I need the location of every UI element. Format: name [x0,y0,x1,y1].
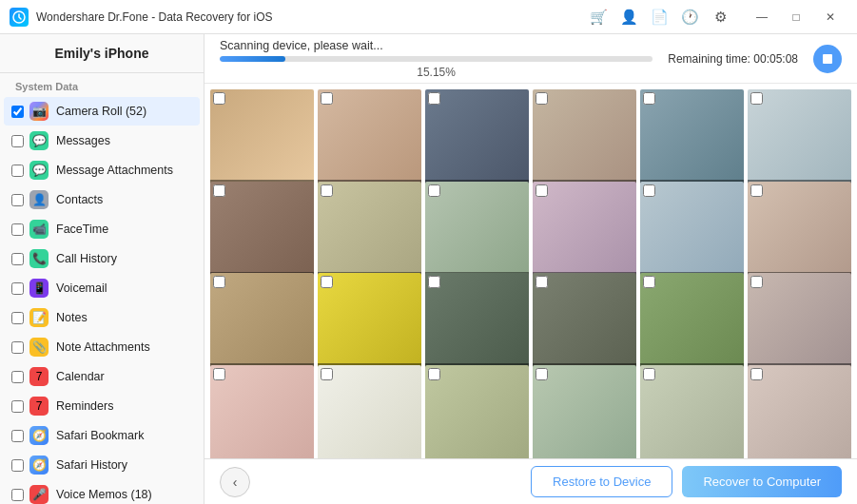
photo-checkbox-img9[interactable] [428,184,440,197]
photo-checkbox-img21[interactable] [428,368,440,380]
photo-cell-img5[interactable]: IMG_0416.JPG [640,89,744,193]
sidebar-item-call-history[interactable]: 📞 Call History [4,244,200,273]
sidebar-checkbox-call-history[interactable] [11,253,24,265]
sidebar-checkbox-voice-memos[interactable] [11,489,24,501]
sidebar-icon-message-attachments: 💬 [29,161,49,180]
content-area: Scanning device, please wait... 15.15% R… [205,34,857,504]
sidebar-icon-note-attachments: 📎 [29,338,49,357]
sidebar-checkbox-reminders[interactable] [11,400,24,413]
photo-cell-img9[interactable]: IMG_0422.JPG [425,182,529,285]
user-icon[interactable]: 👤 [619,8,638,27]
photo-cell-img4[interactable]: IMG_0415.JPG [533,89,636,193]
photo-cell-img18[interactable]: IMG_0435.JPG [748,273,851,377]
photo-checkbox-img16[interactable] [536,276,548,288]
photo-cell-img24[interactable] [748,365,851,459]
sidebar-item-camera-roll[interactable]: 📷 Camera Roll (52) [4,97,200,126]
photo-checkbox-img11[interactable] [643,184,655,197]
photo-cell-img11[interactable]: IMG_0424.JPG [640,182,744,285]
photo-checkbox-img19[interactable] [213,368,225,380]
photo-checkbox-img20[interactable] [321,368,333,380]
sidebar-checkbox-contacts[interactable] [11,194,24,206]
sidebar-item-calendar[interactable]: 7 Calendar [4,362,200,391]
photo-checkbox-img6[interactable] [750,92,763,105]
photo-cell-img19[interactable] [210,365,314,459]
maximize-button[interactable]: □ [779,0,813,34]
photo-checkbox-img14[interactable] [321,276,333,288]
sidebar-item-message-attachments[interactable]: 💬 Message Attachments [4,156,200,184]
photo-checkbox-img3[interactable] [428,92,440,105]
minimize-button[interactable]: — [745,0,779,34]
sidebar-item-facetime[interactable]: 📹 FaceTime [4,215,200,243]
photo-cell-img14[interactable]: IMG_0427.JPG [318,273,421,377]
photo-checkbox-img17[interactable] [643,276,655,288]
settings-icon[interactable]: ⚙ [711,8,730,27]
sidebar-icon-voicemail: 📱 [29,279,49,298]
photo-checkbox-img13[interactable] [213,276,225,288]
sidebar-checkbox-messages[interactable] [11,135,24,147]
sidebar-icon-facetime: 📹 [29,220,49,239]
sidebar-item-safari-bookmark[interactable]: 🧭 Safari Bookmark [4,421,200,450]
sidebar-item-messages[interactable]: 💬 Messages [4,126,200,155]
photo-cell-img7[interactable]: IMG_0419.JPG [210,182,314,285]
sidebar-label-messages: Messages [56,134,110,147]
photo-checkbox-img2[interactable] [321,92,333,105]
photo-checkbox-img8[interactable] [321,184,333,197]
photo-checkbox-img4[interactable] [536,92,548,105]
photo-checkbox-img24[interactable] [750,368,763,380]
photo-checkbox-img10[interactable] [536,184,548,197]
photo-cell-img3[interactable]: IMG_0414.JPG [425,89,529,193]
file-icon[interactable]: 📄 [650,8,669,27]
photo-cell-img20[interactable] [318,365,421,459]
clock-icon[interactable]: 🕐 [680,8,699,27]
photo-checkbox-img12[interactable] [750,184,763,197]
sidebar-checkbox-safari-history[interactable] [11,459,24,472]
sidebar-item-safari-history[interactable]: 🧭 Safari History [4,451,200,479]
sidebar-checkbox-camera-roll[interactable] [11,106,24,118]
photo-cell-img1[interactable]: IMG_0413.JPG [210,89,314,193]
sidebar-item-voice-memos[interactable]: 🎤 Voice Memos (18) [4,480,200,504]
photo-checkbox-img7[interactable] [213,184,225,197]
photo-cell-img22[interactable] [533,365,636,459]
scan-bar: Scanning device, please wait... 15.15% R… [205,34,857,84]
photo-cell-img15[interactable]: IMG_0428.JPG [425,273,529,377]
sidebar-item-reminders[interactable]: 7 Reminders [4,392,200,420]
sidebar-item-note-attachments[interactable]: 📎 Note Attachments [4,333,200,361]
sidebar-label-camera-roll: Camera Roll (52) [56,105,146,118]
sidebar-checkbox-calendar[interactable] [11,371,24,383]
photo-checkbox-img1[interactable] [213,92,225,105]
photo-checkbox-img18[interactable] [750,276,763,288]
photo-cell-img21[interactable] [425,365,529,459]
stop-scan-button[interactable] [813,45,842,73]
stop-icon [823,54,832,64]
photo-cell-img6[interactable]: IMG_0417.JPG [748,89,851,193]
photo-cell-img13[interactable]: IMG_0426.JPG [210,273,314,377]
sidebar-item-notes[interactable]: 📝 Notes [4,303,200,332]
photo-cell-img8[interactable]: IMG_0421.JPG [318,182,421,285]
recover-to-computer-button[interactable]: Recover to Computer [682,466,842,497]
photo-cell-img10[interactable]: IMG_0423.JPG [533,182,636,285]
sidebar-checkbox-safari-bookmark[interactable] [11,430,24,442]
sidebar-checkbox-notes[interactable] [11,312,24,324]
sidebar-item-contacts[interactable]: 👤 Contacts [4,185,200,214]
photo-cell-img17[interactable]: IMG_0430.JPG [640,273,744,377]
photo-checkbox-img22[interactable] [536,368,548,380]
photo-cell-img12[interactable]: IMG_0425.JPG [748,182,851,285]
sidebar-checkbox-voicemail[interactable] [11,282,24,295]
sidebar-icon-camera-roll: 📷 [29,102,49,121]
sidebar-item-voicemail[interactable]: 📱 Voicemail [4,274,200,302]
photo-checkbox-img23[interactable] [643,368,655,380]
sidebar-checkbox-facetime[interactable] [11,223,24,236]
restore-to-device-button[interactable]: Restore to Device [531,466,672,497]
photo-checkbox-img5[interactable] [643,92,655,105]
sidebar-icon-call-history: 📞 [29,249,49,268]
cart-icon[interactable]: 🛒 [589,8,608,27]
sidebar-checkbox-message-attachments[interactable] [11,165,24,177]
photo-cell-img2[interactable]: IMG_0418.JPG [318,89,421,193]
sidebar-label-notes: Notes [56,311,88,324]
close-button[interactable]: ✕ [813,0,847,34]
photo-checkbox-img15[interactable] [428,276,440,288]
photo-cell-img16[interactable]: IMG_0429.JPG [533,273,636,377]
photo-cell-img23[interactable] [640,365,744,459]
sidebar-checkbox-note-attachments[interactable] [11,341,24,354]
back-button[interactable]: ‹ [220,467,250,497]
